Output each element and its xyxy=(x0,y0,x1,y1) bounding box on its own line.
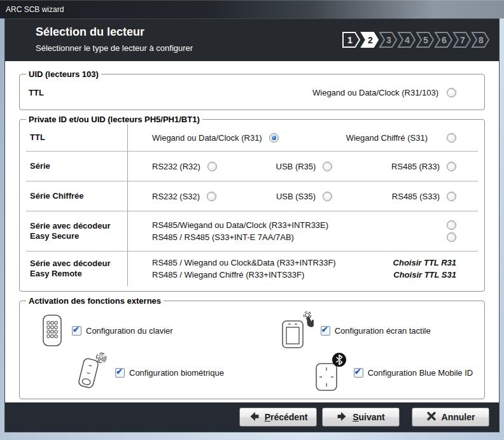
dialog-panel: Sélection du lecteur Sélectionner le typ… xyxy=(4,18,500,432)
bluetooth-icon xyxy=(312,352,347,393)
window-title: ARC SCB wizard xyxy=(0,5,64,14)
option-intr33f: RS485 / Wiegand ou Clock&Data (R33+INTR3… xyxy=(152,258,456,267)
option-s33-radio[interactable] xyxy=(447,192,456,201)
option-r35-radio[interactable] xyxy=(323,162,332,171)
step-8: 8 xyxy=(471,31,490,48)
option-ints33f-label: RS485 / Wiegand Chiffré (R33+INTS33F) xyxy=(152,270,304,280)
biometric-config-label: Configuration biométrique xyxy=(129,368,224,378)
keypad-config-label: Configuration du clavier xyxy=(86,326,173,336)
option-s31-radio[interactable] xyxy=(447,133,456,143)
svg-text:2: 2 xyxy=(368,35,373,45)
option-r33-radio[interactable] xyxy=(447,162,456,171)
keypad-config-item: Configuration du clavier xyxy=(39,311,275,350)
option-s31[interactable]: Wiegand Chiffré (S31) xyxy=(346,133,456,143)
option-s32[interactable]: RS232 (S32) xyxy=(152,192,216,201)
option-intr33f-label: RS485 / Wiegand ou Clock&Data (R33+INTR3… xyxy=(152,258,336,267)
step-5: 5 xyxy=(416,31,435,48)
row-easy-remote: RS485 / Wiegand ou Clock&Data (R33+INTR3… xyxy=(128,251,478,286)
keypad-icon xyxy=(39,313,66,348)
step-4: 4 xyxy=(397,31,416,48)
blue-mobile-config-item: Configuration Blue Mobile ID xyxy=(312,351,479,394)
touchscreen-config-option[interactable]: Configuration écran tactile xyxy=(321,326,431,336)
wizard-window: ARC SCB wizard Sélection du lecteur Séle… xyxy=(0,0,504,440)
option-intr33e[interactable]: RS485/Wiegand ou Data/Clock (R33+INTR33E… xyxy=(152,220,456,230)
uid-option[interactable]: Wiegand ou Data/Clock (R31/103) xyxy=(312,88,456,97)
external-functions-legend: Activation des fonctions externes xyxy=(26,296,164,306)
uid-ttl-row: TTL Wiegand ou Data/Clock (R31/103) xyxy=(25,79,479,110)
option-intr33e-radio[interactable] xyxy=(447,220,456,230)
next-button[interactable]: Suivant xyxy=(322,408,400,427)
dialog-body: UID (lecteurs 103) TTL Wiegand ou Data/C… xyxy=(5,61,499,402)
biometric-config-option[interactable]: Configuration biométrique xyxy=(115,368,224,378)
option-s32-radio[interactable] xyxy=(207,192,216,201)
option-s35-radio[interactable] xyxy=(323,192,332,201)
svg-text:3: 3 xyxy=(386,35,391,45)
keypad-config-option[interactable]: Configuration du clavier xyxy=(72,326,173,336)
row-label-easy-remote: Série avec décodeur Easy Remote xyxy=(26,251,128,286)
uid-group-legend: UID (lecteurs 103) xyxy=(26,69,101,79)
option-r35[interactable]: USB (R35) xyxy=(276,162,333,171)
external-functions-grid: Configuration du clavier xyxy=(25,306,479,399)
option-r32-radio[interactable] xyxy=(207,162,217,171)
reader-options-table: TTL Wiegand ou Data/Clock (R31) Wiegand … xyxy=(26,124,478,286)
arrow-left-icon xyxy=(249,411,260,423)
wizard-step-indicator: 1 2 3 4 5 6 7 xyxy=(342,31,490,48)
row-label-serie-chiffree: Série Chiffrée xyxy=(26,181,128,211)
close-icon xyxy=(426,411,437,423)
option-intr33e-label: RS485/Wiegand ou Data/Clock (R33+INTR33E… xyxy=(152,220,328,230)
step-3: 3 xyxy=(379,31,398,48)
dialog-header: Sélection du lecteur Sélectionner le typ… xyxy=(5,19,499,61)
keypad-config-checkbox[interactable] xyxy=(72,326,81,336)
uid-option-radio[interactable] xyxy=(447,88,456,97)
blue-mobile-config-option[interactable]: Configuration Blue Mobile ID xyxy=(354,368,473,378)
option-r32[interactable]: RS232 (R32) xyxy=(152,162,217,171)
previous-button[interactable]: Précédent xyxy=(239,408,317,427)
option-int-e[interactable]: RS485 / RS485 (S33+INT-E 7AA/7AB) xyxy=(152,232,456,242)
option-s32-label: RS232 (S32) xyxy=(152,192,200,201)
cancel-button[interactable]: Annuler xyxy=(412,408,489,427)
dialog-footer: Précédent Suivant Annuler xyxy=(5,402,499,432)
option-r33[interactable]: RS485 (R33) xyxy=(391,162,456,171)
option-r33-label: RS485 (R33) xyxy=(391,162,440,171)
option-s33[interactable]: RS485 (S33) xyxy=(392,192,456,201)
option-s35[interactable]: USB (S35) xyxy=(276,192,332,201)
option-r31-radio[interactable] xyxy=(269,133,279,143)
biometric-config-checkbox[interactable] xyxy=(115,368,125,378)
fingerprint-icon xyxy=(73,351,109,394)
svg-text:4: 4 xyxy=(405,35,410,45)
option-s31-label: Wiegand Chiffré (S31) xyxy=(346,133,428,143)
blue-mobile-config-checkbox[interactable] xyxy=(354,368,363,378)
row-label-ttl: TTL xyxy=(26,124,128,151)
svg-text:8: 8 xyxy=(479,35,484,45)
touchscreen-config-item: Configuration écran tactile xyxy=(279,311,479,350)
biometric-config-item: Configuration biométrique xyxy=(73,351,275,394)
option-ints33f-note: Choisir TTL S31 xyxy=(393,270,456,280)
title-bar[interactable]: ARC SCB wizard xyxy=(0,0,504,18)
option-r35-label: USB (R35) xyxy=(276,162,316,171)
row-easy-secure: RS485/Wiegand ou Data/Clock (R33+INTR33E… xyxy=(128,211,478,251)
svg-text:6: 6 xyxy=(442,35,447,45)
private-id-group: Private ID et/ou UID (lecteurs PH5/PH1/B… xyxy=(19,115,485,292)
step-7: 7 xyxy=(452,31,472,48)
arrow-right-icon xyxy=(337,411,347,423)
page-subtitle: Sélectionner le type de lecteur à config… xyxy=(36,43,193,53)
svg-text:1: 1 xyxy=(347,35,353,45)
option-int-e-radio[interactable] xyxy=(447,232,456,242)
row-label-serie: Série xyxy=(26,151,128,181)
option-r32-label: RS232 (R32) xyxy=(152,162,200,171)
uid-row-label: TTL xyxy=(29,88,44,97)
row-label-easy-secure: Série avec décodeur Easy Secure xyxy=(26,211,128,251)
touchscreen-config-checkbox[interactable] xyxy=(321,326,330,336)
row-serie: RS232 (R32) USB (R35) RS485 (R33) xyxy=(128,151,478,181)
option-ints33f: RS485 / Wiegand Chiffré (R33+INTS33F) Ch… xyxy=(152,270,456,280)
external-functions-group: Activation des fonctions externes xyxy=(19,296,485,399)
option-s35-label: USB (S35) xyxy=(276,192,316,201)
step-2: 2 xyxy=(360,31,379,48)
blue-mobile-config-label: Configuration Blue Mobile ID xyxy=(368,368,473,378)
option-s33-label: RS485 (S33) xyxy=(392,192,440,201)
option-r31[interactable]: Wiegand ou Data/Clock (R31) xyxy=(152,133,279,143)
option-intr33f-note: Choisir TTL R31 xyxy=(393,258,456,267)
uid-option-label: Wiegand ou Data/Clock (R31/103) xyxy=(312,88,438,97)
option-int-e-label: RS485 / RS485 (S33+INT-E 7AA/7AB) xyxy=(152,232,294,242)
uid-group: UID (lecteurs 103) TTL Wiegand ou Data/C… xyxy=(19,69,485,110)
